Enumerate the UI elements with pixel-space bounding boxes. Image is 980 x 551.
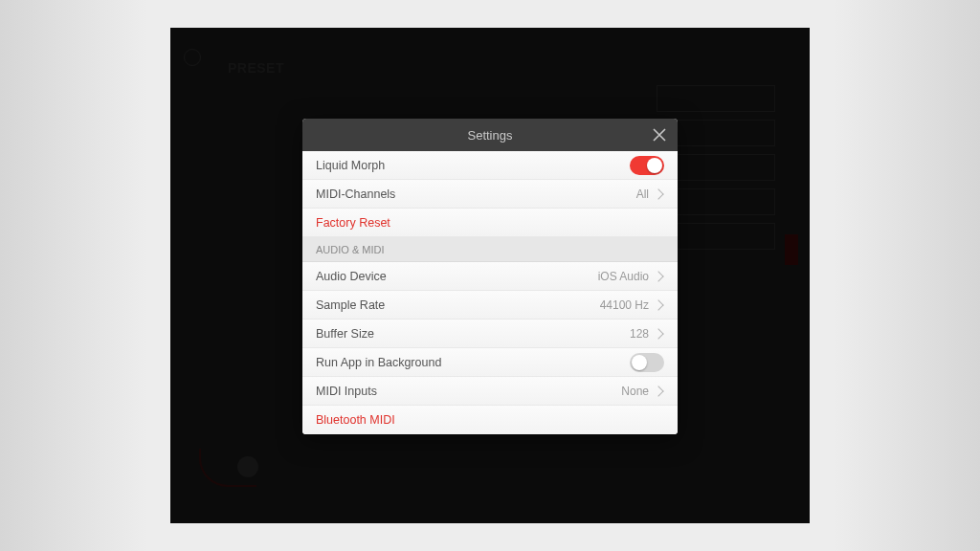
row-label: Run App in Background xyxy=(316,356,630,369)
row-label: MIDI-Channels xyxy=(316,187,636,201)
row-sample-rate[interactable]: Sample Rate 44100 Hz xyxy=(302,291,678,320)
row-label: Sample Rate xyxy=(316,298,600,312)
settings-list: Liquid Morph MIDI-Channels All Factory R… xyxy=(302,151,678,434)
row-value: 44100 Hz xyxy=(600,298,649,312)
toggle-run-background[interactable] xyxy=(630,353,664,372)
row-label: MIDI Inputs xyxy=(316,385,621,398)
row-label: Audio Device xyxy=(316,270,598,283)
modal-header: Settings xyxy=(302,119,678,151)
row-value: All xyxy=(636,187,649,201)
section-audio-midi: AUDIO & MIDI xyxy=(302,237,678,262)
chevron-right-icon xyxy=(653,271,663,281)
chevron-right-icon xyxy=(653,386,663,396)
toggle-knob xyxy=(647,158,662,173)
row-midi-channels[interactable]: MIDI-Channels All xyxy=(302,180,678,209)
chevron-right-icon xyxy=(653,299,663,310)
row-run-background[interactable]: Run App in Background xyxy=(302,348,678,377)
row-factory-reset[interactable]: Factory Reset xyxy=(302,209,678,237)
row-buffer-size[interactable]: Buffer Size 128 xyxy=(302,320,678,348)
chevron-right-icon xyxy=(653,188,663,199)
section-label: AUDIO & MIDI xyxy=(316,244,664,255)
modal-title: Settings xyxy=(468,128,513,143)
app-window: PRESET Settings Liquid Morph xyxy=(170,28,810,523)
row-value: iOS Audio xyxy=(598,270,649,283)
settings-modal: Settings Liquid Morph MIDI-Channels All xyxy=(302,119,678,434)
toggle-liquid-morph[interactable] xyxy=(630,156,664,175)
close-button[interactable] xyxy=(647,122,672,147)
chevron-right-icon xyxy=(653,328,663,339)
row-label: Factory Reset xyxy=(316,216,664,230)
row-label: Bluetooth MIDI xyxy=(316,413,664,427)
close-icon xyxy=(653,128,666,142)
row-label: Buffer Size xyxy=(316,327,630,341)
row-label: Liquid Morph xyxy=(316,159,630,172)
toggle-knob xyxy=(632,355,647,370)
row-liquid-morph[interactable]: Liquid Morph xyxy=(302,151,678,180)
row-bluetooth-midi[interactable]: Bluetooth MIDI xyxy=(302,406,678,434)
row-value: 128 xyxy=(630,327,649,341)
row-audio-device[interactable]: Audio Device iOS Audio xyxy=(302,262,678,291)
row-value: None xyxy=(621,385,649,398)
row-midi-inputs[interactable]: MIDI Inputs None xyxy=(302,377,678,406)
